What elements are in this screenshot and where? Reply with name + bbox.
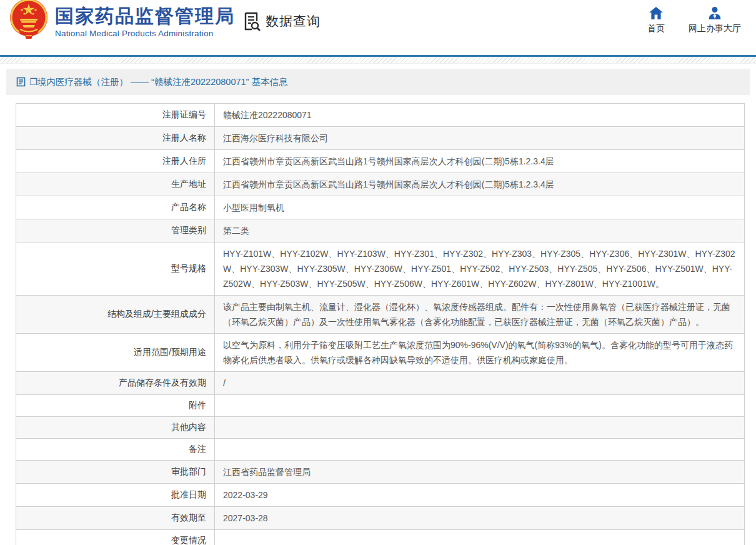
- row-label: 有效期至: [16, 507, 215, 529]
- row-value: [215, 530, 744, 545]
- nav-home-label: 首页: [647, 23, 665, 34]
- row-label: 附件: [16, 395, 215, 416]
- hatched-divider: [0, 57, 756, 64]
- row-value: 第二类: [215, 219, 744, 242]
- nav-home[interactable]: 首页: [647, 6, 665, 34]
- row-label: 产品名称: [16, 196, 215, 219]
- row-label: 其他内容: [16, 417, 215, 438]
- row-value: 江西省药品监督管理局: [215, 461, 744, 483]
- table-row: 批准日期2022-03-29: [16, 484, 744, 507]
- table-row: 变更情况: [16, 530, 744, 545]
- table-row: 注册证编号赣械注准20222080071: [16, 104, 744, 127]
- info-table-body: 注册证编号赣械注准20222080071注册人名称江西海尔医疗科技有限公司注册人…: [16, 104, 744, 545]
- row-value: 江西省赣州市章贡区高新区武当山路1号赣州国家高层次人才科创园(二期)5栋1.2.…: [215, 173, 744, 196]
- table-row: 其他内容: [16, 417, 744, 439]
- home-icon: [649, 6, 664, 20]
- site-header: 国家药品监督管理局 National Medical Products Admi…: [0, 0, 756, 55]
- table-row: 注册人名称江西海尔医疗科技有限公司: [16, 127, 744, 150]
- row-value: 以空气为原料，利用分子筛变压吸附工艺生产氧浓度范围为90%-96%(V/V)的氧…: [215, 334, 744, 371]
- site-title: 国家药品监督管理局: [55, 6, 235, 27]
- row-value: 小型医用制氧机: [215, 196, 744, 219]
- data-query-label: 数据查询: [266, 12, 321, 30]
- row-value: 江西海尔医疗科技有限公司: [215, 127, 744, 149]
- row-label: 型号规格: [16, 242, 215, 295]
- page-title-text: ❐境内医疗器械（注册） —— “赣械注准20222080071” 基本信息: [29, 76, 287, 88]
- site-subtitle: National Medical Products Administration: [55, 29, 235, 38]
- row-label: 适用范围/预期用途: [16, 334, 215, 371]
- table-row: 产品储存条件及有效期/: [16, 372, 744, 395]
- row-label: 结构及组成/主要组成成分: [16, 296, 215, 333]
- table-row: 型号规格HYY-Z101W、HYY-Z102W、HYY-Z103W、HYY-Z3…: [16, 242, 744, 296]
- brand-block: 国家药品监督管理局 National Medical Products Admi…: [55, 6, 235, 38]
- row-value: [215, 395, 744, 416]
- row-label: 备注: [16, 439, 215, 460]
- emblem-icon: [9, 0, 49, 46]
- nav-service-hall[interactable]: 网上办事大厅: [689, 6, 741, 34]
- registration-info-table: 注册证编号赣械注准20222080071注册人名称江西海尔医疗科技有限公司注册人…: [16, 103, 745, 545]
- top-navigation: 首页 网上办事大厅: [647, 6, 741, 34]
- row-label: 注册人名称: [16, 127, 215, 149]
- nav-service-hall-label: 网上办事大厅: [689, 23, 741, 34]
- row-value: 赣械注准20222080071: [215, 104, 744, 126]
- table-row: 适用范围/预期用途以空气为原料，利用分子筛变压吸附工艺生产氧浓度范围为90%-9…: [16, 334, 744, 372]
- data-query-icon: [241, 11, 262, 32]
- row-value: 江西省赣州市章贡区高新区武当山路1号赣州国家高层次人才科创园(二期)5栋1.2.…: [215, 150, 744, 172]
- row-label: 生产地址: [16, 173, 215, 196]
- row-label: 管理类别: [16, 219, 215, 242]
- row-value: 2022-03-29: [215, 484, 744, 506]
- row-value: 该产品主要由制氧主机、流量计、湿化器（湿化杯）、氧浓度传感器组成。配件有：一次性…: [215, 296, 744, 333]
- data-query-section: 数据查询: [241, 11, 321, 32]
- table-row: 注册人住所江西省赣州市章贡区高新区武当山路1号赣州国家高层次人才科创园(二期)5…: [16, 150, 744, 173]
- row-label: 产品储存条件及有效期: [16, 372, 215, 394]
- row-value: /: [215, 372, 744, 394]
- national-emblem-logo: [9, 0, 49, 46]
- row-value: 2027-03-28: [215, 507, 744, 529]
- document-icon: [16, 77, 26, 87]
- table-row: 生产地址江西省赣州市章贡区高新区武当山路1号赣州国家高层次人才科创园(二期)5栋…: [16, 173, 744, 196]
- row-label: 注册证编号: [16, 104, 215, 126]
- table-row: 管理类别第二类: [16, 219, 744, 242]
- row-value: HYY-Z101W、HYY-Z102W、HYY-Z103W、HYY-Z301、H…: [215, 242, 744, 295]
- table-row: 产品名称小型医用制氧机: [16, 196, 744, 219]
- page-title-bar: ❐境内医疗器械（注册） —— “赣械注准20222080071” 基本信息: [6, 69, 750, 95]
- row-label: 批准日期: [16, 484, 215, 506]
- row-value: [215, 417, 744, 438]
- table-row: 备注: [16, 439, 744, 461]
- table-row: 附件: [16, 395, 744, 417]
- table-row: 有效期至2027-03-28: [16, 507, 744, 530]
- row-label: 审批部门: [16, 461, 215, 483]
- table-row: 结构及组成/主要组成成分该产品主要由制氧主机、流量计、湿化器（湿化杯）、氧浓度传…: [16, 296, 744, 334]
- table-row: 审批部门江西省药品监督管理局: [16, 461, 744, 484]
- row-value: [215, 439, 744, 460]
- user-icon: [707, 6, 722, 20]
- row-label: 变更情况: [16, 530, 215, 545]
- row-label: 注册人住所: [16, 150, 215, 172]
- page-title: ❐境内医疗器械（注册） —— “赣械注准20222080071” 基本信息: [16, 76, 287, 88]
